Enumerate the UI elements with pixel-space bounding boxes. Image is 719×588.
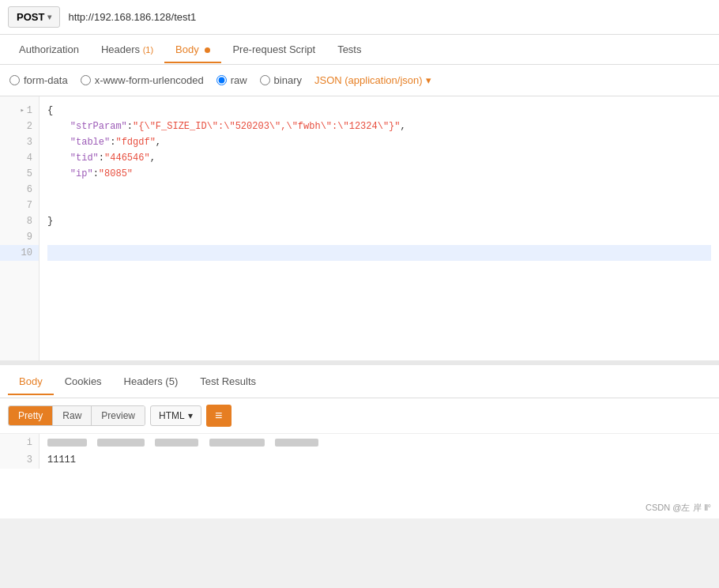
format-raw-button[interactable]: Raw: [53, 406, 92, 425]
url-input[interactable]: [68, 11, 711, 23]
code-line-2: "strParam":"{\"F_SIZE_ID\":\"520203\",\"…: [47, 119, 711, 134]
resp-tab-body[interactable]: Body: [8, 368, 54, 395]
response-line-info: i: [0, 434, 719, 451]
radio-binary[interactable]: binary: [260, 74, 302, 86]
code-line-6: [47, 182, 711, 198]
line-numbers: ▸1 2 3 4 5 6 7 8 9 10: [0, 96, 40, 360]
line-num-2: 2: [0, 119, 39, 134]
response-tab-bar: Body Cookies Headers (5) Test Results: [0, 365, 719, 398]
blurred-block-5: [275, 439, 318, 447]
resp-tab-headers[interactable]: Headers (5): [113, 368, 190, 395]
tab-authorization[interactable]: Authorization: [8, 36, 90, 63]
html-type-dropdown[interactable]: HTML ▾: [150, 405, 201, 426]
format-preview-button[interactable]: Preview: [92, 406, 145, 425]
resp-line-num-3: 3: [0, 451, 40, 469]
code-line-8: }: [47, 213, 711, 229]
method-label: POST: [17, 11, 44, 23]
line-num-3: 3: [0, 134, 39, 150]
line-num-5: 5: [0, 166, 39, 182]
resp-line-num-i: i: [0, 434, 40, 451]
method-chevron: ▾: [47, 13, 51, 21]
watermark: CSDN @左 岸 Ⅱ°: [0, 497, 719, 518]
format-button-group: Pretty Raw Preview: [8, 405, 145, 426]
line-num-9: 9: [0, 229, 39, 245]
resp-line-content-3: 11111: [40, 454, 76, 466]
request-tab-bar: Authorization Headers (1) Body Pre-reque…: [0, 35, 719, 65]
line-num-4: 4: [0, 150, 39, 166]
response-line-3: 3 11111: [0, 451, 719, 469]
tab-pre-request-script[interactable]: Pre-request Script: [221, 36, 326, 63]
method-button[interactable]: POST ▾: [8, 6, 60, 28]
code-line-1: {: [47, 103, 711, 119]
blurred-block-4: [209, 439, 265, 447]
url-bar: POST ▾: [0, 0, 719, 35]
tab-tests[interactable]: Tests: [326, 36, 372, 63]
response-section: Body Cookies Headers (5) Test Results Pr…: [0, 365, 719, 497]
line-num-7: 7: [0, 198, 39, 213]
code-line-3: "table":"fdgdf",: [47, 134, 711, 150]
line-num-1: ▸1: [0, 103, 39, 119]
code-line-10: [47, 245, 711, 261]
code-line-4: "tid":"446546",: [47, 150, 711, 166]
resp-tab-test-results[interactable]: Test Results: [189, 368, 267, 395]
body-dot: [205, 47, 210, 53]
json-type-dropdown[interactable]: JSON (application/json) ▾: [314, 74, 431, 86]
resp-tab-cookies[interactable]: Cookies: [54, 368, 113, 395]
blurred-block-2: [97, 439, 145, 447]
radio-urlencoded[interactable]: x-www-form-urlencoded: [81, 74, 204, 86]
format-pretty-button[interactable]: Pretty: [9, 406, 53, 425]
code-body[interactable]: { "strParam":"{\"F_SIZE_ID\":\"520203\",…: [40, 96, 719, 360]
code-editor[interactable]: ▸1 2 3 4 5 6 7 8 9 10 { "strParam":"{\"F…: [0, 96, 719, 365]
tab-headers[interactable]: Headers (1): [90, 36, 164, 63]
code-line-5: "ip":"8085": [47, 166, 711, 182]
resp-line-content-i: [40, 437, 318, 448]
radio-raw[interactable]: raw: [216, 74, 247, 86]
resp-line-value-3: 11111: [47, 454, 76, 466]
radio-form-data[interactable]: form-data: [9, 74, 68, 86]
response-toolbar: Pretty Raw Preview HTML ▾ ≡: [0, 398, 719, 434]
code-line-9: [47, 229, 711, 245]
line-num-10: 10: [0, 245, 39, 261]
code-line-7: [47, 198, 711, 213]
blurred-block-3: [155, 439, 198, 447]
line-num-6: 6: [0, 182, 39, 198]
blurred-block-1: [47, 439, 87, 447]
body-type-bar: form-data x-www-form-urlencoded raw bina…: [0, 65, 719, 96]
response-body: i 3 11111: [0, 434, 719, 497]
wrap-button[interactable]: ≡: [206, 405, 232, 427]
tab-body[interactable]: Body: [164, 36, 221, 63]
headers-badge: (1): [143, 45, 153, 55]
line-num-8: 8: [0, 213, 39, 229]
wrap-icon: ≡: [215, 409, 222, 423]
